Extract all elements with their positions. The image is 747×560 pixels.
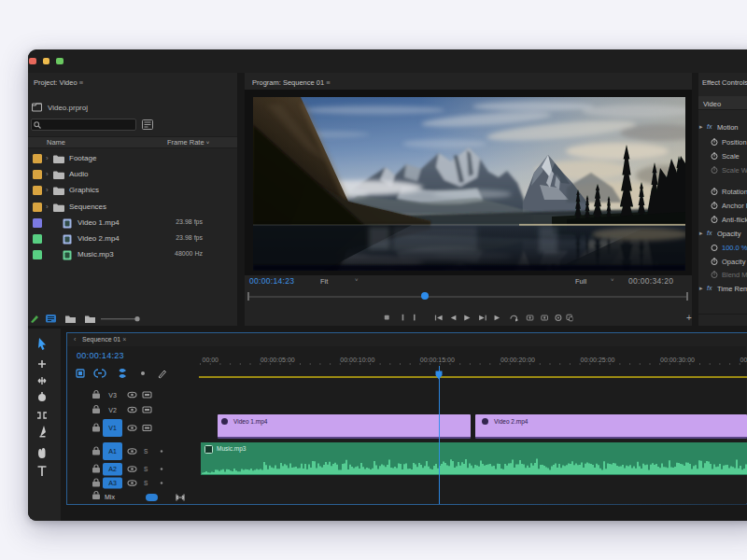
svg-text:A3: A3: [108, 480, 117, 486]
svg-text:V2: V2: [108, 407, 117, 413]
svg-text:A2: A2: [108, 466, 117, 472]
svg-text:S: S: [144, 466, 148, 472]
svg-text:V3: V3: [108, 392, 117, 399]
svg-text:A1: A1: [108, 448, 117, 455]
svg-text:S: S: [144, 480, 148, 486]
svg-text:V1: V1: [108, 425, 117, 431]
svg-text:S: S: [144, 448, 148, 455]
svg-text:Mix: Mix: [105, 494, 115, 500]
